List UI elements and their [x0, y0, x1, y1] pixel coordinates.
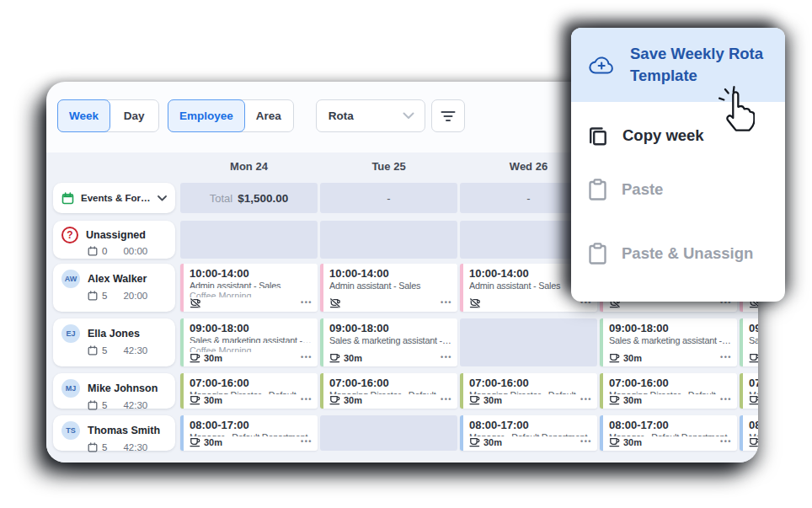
more-options-button[interactable]: •••: [441, 396, 452, 404]
shift-cell[interactable]: 07:00-16:00Managing Director - Default D…: [320, 373, 457, 409]
rota-select-value: Rota: [329, 110, 354, 122]
more-options-button[interactable]: •••: [301, 438, 313, 446]
events-forecast-filter[interactable]: Events & For…: [53, 183, 175, 213]
shift-cell[interactable]: 09:00-18:00Sales & marketing assistant -…: [180, 318, 318, 366]
context-menu: Save Weekly Rota TemplateCopy weekPasteP…: [571, 28, 785, 302]
shift-time: 09:00-18:00: [609, 322, 732, 335]
day-view-button[interactable]: Day: [110, 100, 158, 131]
clipboard-icon: [588, 243, 607, 265]
more-options-button[interactable]: •••: [580, 438, 592, 446]
avatar: AW: [61, 270, 80, 288]
break-duration: 30m: [344, 353, 362, 363]
shift-cell[interactable]: 07:00-16:00Managing Director - Default D…: [180, 373, 318, 409]
shift-cell[interactable]: 07:00-16:00Managing Director - Default D…: [740, 373, 758, 409]
menu-item-copy-week[interactable]: Copy week: [571, 110, 785, 161]
break-duration: 30m: [344, 395, 362, 405]
filter-lines-icon: [441, 110, 456, 122]
more-options-button[interactable]: •••: [301, 299, 313, 307]
menu-item-paste: Paste: [571, 164, 785, 215]
copy-icon: [588, 125, 608, 147]
rota-scheduler-screen: { "toolbar": { "view_toggle": { "options…: [0, 0, 812, 508]
shift-cell[interactable]: 08:00-17:00Manager - Default Department3…: [600, 415, 737, 451]
shift-time: 09:00-18:00: [190, 322, 313, 335]
coffee-break-icon: [329, 394, 340, 405]
scheduled-hours: 20:00: [123, 291, 147, 301]
coffee-break-icon: [609, 352, 620, 363]
calendar-icon: [88, 345, 98, 356]
day-header: Mon 24: [180, 159, 318, 174]
calendar-icon: [88, 442, 98, 452]
rota-select[interactable]: Rota: [316, 99, 425, 132]
more-options-button[interactable]: •••: [720, 396, 732, 404]
scheduled-hours: 42:30: [123, 442, 147, 452]
person-card-ella-jones[interactable]: EJElla Jones542:30: [53, 318, 175, 366]
scheduled-days: 5: [102, 442, 107, 452]
shift-time: 08:00-17:00: [190, 419, 313, 432]
person-card-mike-johnson[interactable]: MJMike Johnson542:30: [53, 373, 175, 409]
more-options-button[interactable]: •••: [580, 396, 592, 404]
shift-cell[interactable]: 09:00-18:00Sales & marketing assistant -…: [600, 318, 737, 366]
person-card-alex-walker[interactable]: AWAlex Walker520:00: [53, 264, 175, 312]
empty-shift-cell[interactable]: [320, 415, 457, 451]
person-card-thomas-smith[interactable]: TSThomas Smith542:30: [53, 415, 175, 451]
shift-cell[interactable]: 09:00-18:00Sales & marketing assistant -…: [320, 318, 457, 366]
coffee-break-icon: [749, 352, 758, 363]
more-options-button[interactable]: •••: [720, 438, 732, 446]
shift-cell[interactable]: 10:00-14:00Admin assistant - Sales•••: [320, 264, 457, 312]
coffee-break-icon: [749, 394, 758, 405]
coffee-break-icon: [609, 394, 620, 405]
shift-cell[interactable]: 07:00-16:00Managing Director - Default D…: [460, 373, 597, 409]
area-group-button[interactable]: Area: [244, 100, 293, 131]
shift-cell[interactable]: 08:00-17:00Manager - Default Department3…: [180, 415, 318, 451]
more-options-button[interactable]: •••: [301, 354, 313, 361]
empty-shift-cell[interactable]: [460, 318, 597, 366]
more-options-button[interactable]: •••: [441, 354, 452, 361]
scheduled-hours: 00:00: [123, 246, 147, 256]
shift-cell[interactable]: 08:00-17:00Manager - Default Department3…: [740, 415, 758, 451]
more-options-button[interactable]: •••: [301, 396, 313, 404]
avatar: MJ: [61, 379, 80, 398]
week-view-button[interactable]: Week: [57, 99, 110, 132]
shift-role: Sales & marketing assistant - Sa…: [190, 335, 313, 343]
total-cell: Total$1,500.00: [180, 183, 318, 213]
events-filter-label: Events & For…: [81, 193, 151, 203]
shift-cell[interactable]: 07:00-16:00Managing Director - Default D…: [600, 373, 737, 409]
menu-item-save-weekly-rota-template[interactable]: Save Weekly Rota Template: [571, 28, 785, 102]
empty-shift-cell[interactable]: [320, 221, 457, 259]
toolbar: Week Day Employee Area Rota: [57, 99, 465, 132]
break-duration: 30m: [204, 353, 222, 363]
coffee-break-icon: [609, 436, 620, 447]
no-break-icon: [190, 297, 201, 308]
person-name: Mike Johnson: [88, 382, 158, 394]
menu-item-label: Save Weekly Rota Template: [630, 43, 768, 87]
shift-role: Sales & marketing assistant - Sa…: [749, 335, 758, 346]
coffee-break-icon: [469, 394, 480, 405]
question-circle-icon: ?: [61, 227, 78, 243]
no-break-icon: [329, 297, 341, 308]
shift-cell[interactable]: 08:00-17:00Manager - Default Department3…: [460, 415, 597, 451]
calendar-icon: [88, 246, 98, 256]
employee-group-button[interactable]: Employee: [168, 99, 245, 132]
view-toggle: Week Day: [57, 99, 159, 132]
empty-shift-cell[interactable]: [180, 221, 318, 259]
coffee-break-icon: [329, 352, 340, 363]
shift-time: 10:00-14:00: [190, 267, 313, 281]
filter-button[interactable]: [431, 99, 465, 132]
person-name: Ella Jones: [88, 328, 140, 340]
group-toggle: Employee Area: [168, 99, 294, 132]
menu-item-paste-and-unassign: Paste & Unassign: [571, 222, 785, 286]
menu-item-label: Paste: [622, 179, 663, 201]
shift-cell[interactable]: 09:00-18:00Sales & marketing assistant -…: [740, 318, 758, 366]
shift-role: Sales & marketing assistant - Sa…: [609, 335, 732, 346]
break-duration: 30m: [623, 353, 642, 363]
shift-cell[interactable]: 10:00-14:00Admin assistant - SalesCoffee…: [180, 264, 318, 312]
coffee-break-icon: [190, 352, 200, 363]
more-options-button[interactable]: •••: [720, 354, 732, 361]
shift-time: 08:00-17:00: [749, 419, 758, 432]
shift-role: Admin assistant - Sales: [190, 281, 313, 288]
coffee-break-icon: [190, 394, 200, 405]
unassigned-card[interactable]: ?Unassigned000:00: [53, 221, 175, 259]
person-name: Alex Walker: [88, 273, 147, 285]
scheduled-hours: 42:30: [123, 345, 147, 356]
more-options-button[interactable]: •••: [441, 299, 452, 307]
